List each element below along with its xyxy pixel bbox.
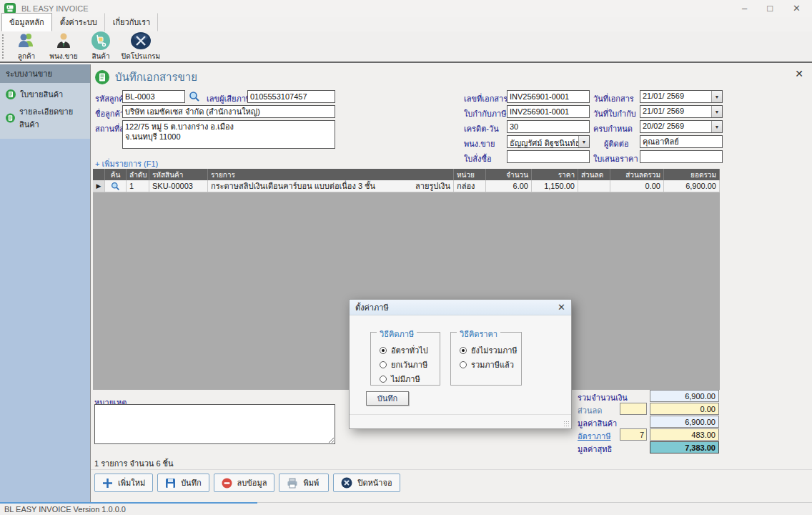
close-document-icon[interactable]: ✕ [795,69,803,79]
radio-icon[interactable] [380,347,387,354]
cell-discount [578,180,610,192]
tax-method-group-title: วิธีคิดภาษี [377,328,417,340]
col-qty: จำนวน [486,169,532,180]
dialog-save-button[interactable]: บันทึก [366,391,409,406]
status-bar: BL EASY INVOICE Version 1.0.0.0 [0,502,812,515]
save-icon [165,478,176,489]
add-new-button[interactable]: เพิ่มใหม่ [94,474,153,492]
page-title-text: บันทึกเอกสารขาย [115,69,197,86]
customer-name-input[interactable] [122,105,335,118]
ship-address-input[interactable]: 122/75 หมู่ 5 ต.บางกร่าง อ.เมือง จ.นนทบุ… [122,120,335,149]
chevron-down-icon[interactable]: ▼ [711,121,722,132]
net-total-value: 7,383.00 [650,441,719,453]
tax-id-input[interactable] [247,90,335,103]
due-date-picker[interactable]: 20/02/ 2569 ▼ [640,120,723,133]
maximize-icon[interactable]: □ [767,3,773,14]
delete-label: ลบข้อมูล [237,476,267,489]
tab-about[interactable]: เกี่ยวกับเรา [105,13,159,31]
sidebar-item-sale-details[interactable]: รายละเอียดขายสินค้า [0,103,90,133]
radio-label: อัตราทั่วไป [391,344,428,357]
close-screen-button[interactable]: ปิดหน้าจอ [333,474,400,492]
radio-icon[interactable] [380,361,387,368]
customer-code-input[interactable] [122,90,185,103]
radio-tax-exempt[interactable]: ยกเว้นภาษี [380,358,427,371]
sidebar: ระบบงานขาย ใบขายสินค้า รายละเอียดขายสินค… [0,64,91,502]
dialog-footer-line [350,414,571,415]
dialog-title-bar[interactable]: ตั้งค่าภาษี ✕ [350,300,571,315]
radio-label: ยังไม่รวมภาษี [471,344,518,357]
chevron-down-icon[interactable]: ▼ [711,106,722,117]
radio-general-rate[interactable]: อัตราทั่วไป [380,344,428,357]
print-label: พิมพ์ [303,476,319,489]
cell-price: 1,150.00 [532,180,578,192]
save-button[interactable]: บันทึก [157,474,209,492]
purchase-order-input[interactable] [507,150,590,163]
credit-days-input[interactable] [507,120,590,133]
col-price: ราคา [532,169,578,180]
radio-tax-included[interactable]: รวมภาษีแล้ว [460,358,514,371]
add-new-label: เพิ่มใหม่ [118,476,145,489]
customer-search-icon[interactable] [189,91,200,102]
sidebar-item-sale-invoice[interactable]: ใบขายสินค้า [0,86,90,103]
row-search-cell[interactable] [105,180,127,192]
chevron-down-icon[interactable]: ▼ [578,136,589,147]
quotation-label: ใบเสนอราคา [593,152,638,165]
radio-icon[interactable] [380,376,387,383]
row-selector[interactable]: ▶ [93,180,105,192]
sidebar-fill [0,139,90,502]
cell-unit: กล่อง [454,180,486,192]
tax-id-label: เลขผู้เสียภาษี [207,92,251,105]
sale-document-panel: ✕ บันทึกเอกสารขาย รหัสลูกค้า เลขผู้เสียภ… [91,64,812,502]
chevron-down-icon[interactable]: ▼ [711,91,722,102]
contact-input[interactable] [640,135,723,148]
radio-icon[interactable] [460,347,467,354]
table-row[interactable]: ▶ 1 SKU-00003 กระดาษสลิปเงินเดือนคาร์บอน… [93,180,720,192]
notes-input[interactable] [94,404,335,444]
cell-discount-total: 0.00 [610,180,664,192]
credit-days-label: เครดิต-วัน [464,122,499,135]
tab-system-settings[interactable]: ตั้งค่าระบบ [52,13,105,31]
doc-date-picker[interactable]: 21/01/ 2569 ▼ [640,90,723,103]
row-search-icon[interactable] [111,182,120,191]
radio-label: ไม่มีภาษี [391,373,420,386]
status-accent-line [0,502,257,504]
products-icon [91,31,111,50]
salesperson-select[interactable]: ธัญญรัศม์ ดิฐชนินท์ธร ▼ [507,135,590,148]
col-discount-total: ส่วนลดรวม [610,169,664,180]
due-date-label: ครบกำหนด [593,122,633,135]
tax-invoice-no-input[interactable] [507,105,590,118]
toolbar-grip[interactable] [1,34,5,59]
save-label: บันทึก [181,476,201,489]
dialog-resize-grip[interactable] [563,421,569,426]
close-program-button[interactable]: ปิดโปรแกรม [119,31,162,62]
radio-icon[interactable] [460,361,467,368]
col-total: ยอดรวม [664,169,720,180]
menu-tab-bar: ข้อมูลหลัก ตั้งค่าระบบ เกี่ยวกับเรา [0,17,812,31]
minimize-icon[interactable]: – [742,3,747,14]
radio-tax-excluded[interactable]: ยังไม่รวมภาษี [460,344,518,357]
customers-button[interactable]: ลูกค้า [8,31,45,62]
table-header-row: ค้น ลำดับ รหัสสินค้า รายการ หน่วย จำนวน … [93,169,720,180]
print-button[interactable]: พิมพ์ [279,474,329,492]
discount-input[interactable] [620,403,647,415]
products-button[interactable]: สินค้า [82,31,119,62]
salesperson-button[interactable]: พนง.ขาย [45,31,82,62]
radio-label: รวมภาษีแล้ว [471,358,514,371]
tax-rate-input[interactable]: 7 [620,428,647,441]
quotation-input[interactable] [640,150,723,163]
tab-main-data[interactable]: ข้อมูลหลัก [1,13,52,31]
tax-invoice-no-label: ใบกำกับภาษี [464,107,507,120]
sidebar-item-label: รายละเอียดขายสินค้า [19,105,87,131]
doc-date-label: วันที่เอกสาร [593,92,634,105]
doc-no-input[interactable] [507,90,590,103]
radio-no-tax[interactable]: ไม่มีภาษี [380,373,420,386]
cell-seq: 1 [127,180,149,192]
tax-invoice-date-picker[interactable]: 21/01/ 2569 ▼ [640,105,723,118]
close-program-icon [130,31,152,50]
delete-button[interactable]: ลบข้อมูล [214,474,275,492]
cell-qty: 6.00 [486,180,532,192]
discount-value: 0.00 [650,403,719,415]
tax-invoice-date-label: วันที่ใบกำกับ [593,107,636,120]
close-window-icon[interactable]: ✕ [793,3,801,14]
dialog-close-icon[interactable]: ✕ [558,303,565,312]
